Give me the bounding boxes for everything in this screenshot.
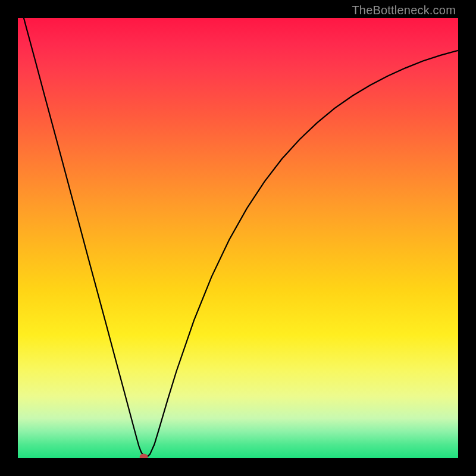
watermark-text: TheBottleneck.com [352,4,456,17]
plot-area [18,18,458,458]
optimum-marker [140,454,148,459]
bottleneck-curve [18,18,458,458]
chart-frame: TheBottleneck.com [0,0,476,476]
